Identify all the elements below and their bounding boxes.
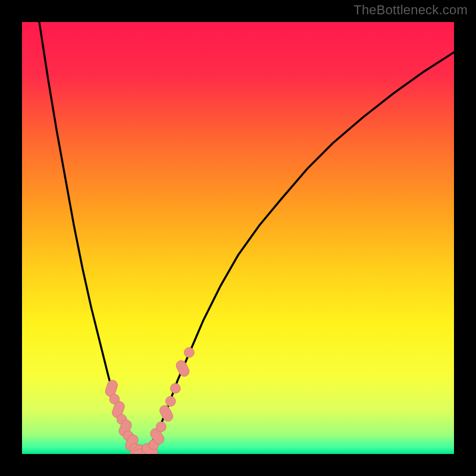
outer-frame: TheBottleneck.com (0, 0, 476, 476)
bead-dot (165, 396, 176, 406)
bead-dot (184, 347, 194, 358)
plot-area (22, 22, 454, 454)
chart-svg (22, 22, 454, 454)
watermark-text: TheBottleneck.com (353, 2, 468, 18)
bead-dot (170, 383, 180, 393)
bead-dot (156, 422, 166, 432)
gradient-background (22, 22, 454, 454)
